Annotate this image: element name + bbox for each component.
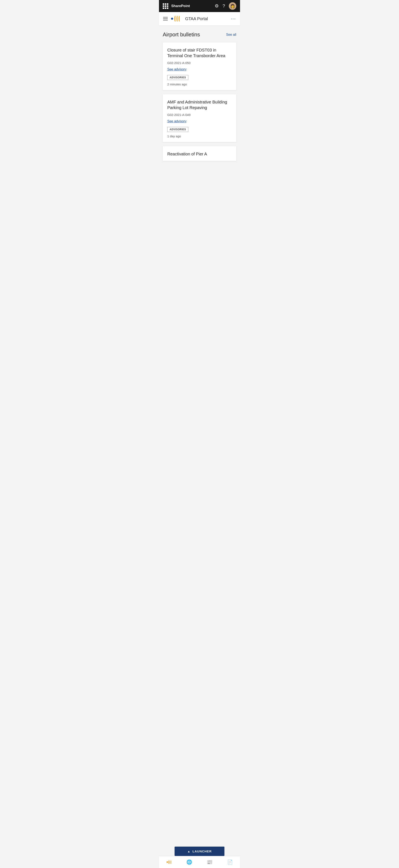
bulletin-id-2: G02-2021-A-049 <box>167 113 232 117</box>
user-avatar[interactable]: 👩 <box>229 2 236 10</box>
settings-icon[interactable]: ⚙ <box>215 4 219 8</box>
document-icon: 📄 <box>227 860 233 865</box>
bottom-navigation: 🌐 📰 📄 <box>159 856 240 868</box>
bottom-nav-home[interactable] <box>166 860 172 864</box>
bulletin-card-2: AMF and Administrative Building Parking … <box>163 94 236 142</box>
bottom-nav-globe[interactable]: 🌐 <box>186 860 192 865</box>
section-title: Airport bulletins <box>163 31 200 38</box>
section-header: Airport bulletins See all <box>163 31 236 38</box>
tag-badge-1: ADVISORIES <box>167 75 188 80</box>
see-all-link[interactable]: See all <box>226 33 236 37</box>
bottom-nav-doc[interactable]: 📄 <box>227 860 233 865</box>
see-advisory-link-1[interactable]: See advisory <box>167 67 187 71</box>
bulletin-title-2: AMF and Administrative Building Parking … <box>167 99 232 111</box>
more-options-icon[interactable]: ··· <box>231 16 236 22</box>
hamburger-menu-button[interactable] <box>163 17 168 20</box>
bulletin-id-1: G02-2021-A-050 <box>167 61 232 65</box>
help-icon[interactable]: ? <box>222 4 225 8</box>
bulletin-title-1: Closure of stair FDST03 in Terminal One … <box>167 48 232 59</box>
top-bar-right: ⚙ ? 👩 <box>215 2 236 10</box>
launcher-chevron-icon: ▲ <box>187 850 190 853</box>
globe-icon: 🌐 <box>186 860 192 865</box>
see-advisory-link-2[interactable]: See advisory <box>167 120 187 123</box>
time-ago-1: 2 minutes ago <box>167 83 232 86</box>
gtaa-logo <box>171 16 180 22</box>
top-bar-left: SharePoint <box>163 3 190 9</box>
logo-waves <box>174 16 180 22</box>
bottom-nav-news[interactable]: 📰 <box>207 860 212 865</box>
bulletin-card-3: Reactivation of Pier A <box>163 146 236 161</box>
site-header: GTAA Portal ··· <box>159 12 240 26</box>
top-navigation-bar: SharePoint ⚙ ? 👩 <box>159 0 240 12</box>
logo-dot <box>171 18 173 20</box>
bulletin-title-3: Reactivation of Pier A <box>167 151 232 157</box>
launcher-button[interactable]: ▲ LAUNCHER <box>175 846 224 856</box>
main-content: Airport bulletins See all Closure of sta… <box>159 26 240 182</box>
launcher-label: LAUNCHER <box>192 849 212 853</box>
app-launcher-icon[interactable] <box>163 3 168 9</box>
time-ago-2: 1 day ago <box>167 134 232 138</box>
site-header-left: GTAA Portal <box>163 16 208 22</box>
tag-badge-2: ADVISORIES <box>167 127 188 132</box>
bottom-home-logo <box>166 860 172 864</box>
site-title: GTAA Portal <box>185 17 208 21</box>
bulletin-card-1: Closure of stair FDST03 in Terminal One … <box>163 42 236 90</box>
app-name-label: SharePoint <box>171 4 190 8</box>
news-icon: 📰 <box>207 860 212 865</box>
